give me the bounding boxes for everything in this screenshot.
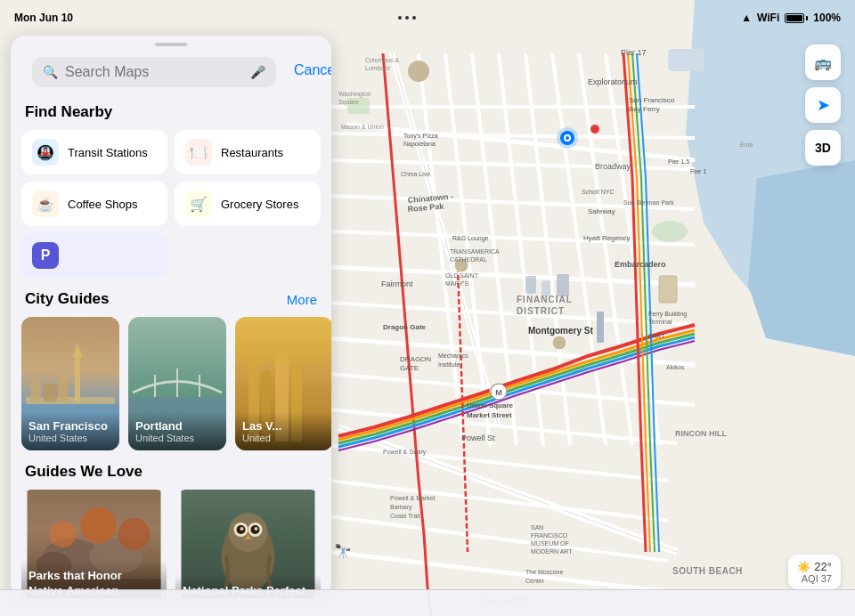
search-input[interactable] [65, 64, 243, 80]
svg-rect-111 [59, 375, 68, 401]
threed-label: 3D [815, 141, 831, 155]
svg-text:Sue Bierman Park: Sue Bierman Park [623, 199, 674, 206]
nearby-transit[interactable]: 🚇 Transit Stations [21, 130, 167, 174]
location-icon: ➤ [817, 95, 830, 115]
panel-handle [155, 43, 187, 46]
svg-text:FRANCISCO: FRANCISCO [531, 532, 568, 539]
city-card-portland[interactable]: Portland United States [128, 317, 226, 450]
city-guides-title: City Guides [25, 290, 109, 308]
nearby-grid: 🚇 Transit Stations 🍽️ Restaurants ☕ Coff… [11, 130, 331, 278]
battery-icon [785, 13, 808, 23]
svg-text:Safeway: Safeway [588, 207, 615, 215]
city-lv-overlay: Las V... United [235, 412, 331, 450]
city-portland-overlay: Portland United States [128, 412, 226, 450]
svg-text:Barbary: Barbary [390, 504, 412, 511]
search-panel: 🔍 🎤 Cancel Find Nearby 🚇 Transit Station… [11, 36, 331, 598]
map-controls: 🚌 ➤ 3D [805, 45, 841, 166]
city-portland-country: United States [135, 433, 219, 443]
svg-text:R&G Lounge: R&G Lounge [452, 235, 489, 242]
svg-text:Powell & Market: Powell & Market [390, 495, 436, 501]
grocery-nearby-icon: 🛒 [185, 190, 212, 217]
svg-text:Center: Center [525, 578, 545, 584]
svg-point-36 [590, 125, 599, 134]
svg-text:Powell & Geary: Powell & Geary [383, 449, 427, 456]
svg-text:Bay Ferry: Bay Ferry [629, 105, 660, 113]
nearby-restaurants[interactable]: 🍽️ Restaurants [175, 130, 321, 174]
svg-point-35 [566, 136, 569, 140]
svg-text:Emb: Emb [740, 142, 753, 148]
cancel-button[interactable]: Cancel [294, 62, 331, 78]
svg-text:Broadway: Broadway [595, 162, 631, 171]
svg-text:Hyatt Regency: Hyatt Regency [583, 234, 630, 242]
find-nearby-title: Find Nearby [11, 91, 331, 130]
svg-text:BART: BART [648, 333, 665, 339]
love-grid: Parks that Honor Native American History [21, 490, 321, 598]
svg-text:SOUTH BEACH: SOUTH BEACH [672, 566, 743, 576]
svg-text:Pier 17: Pier 17 [621, 48, 647, 57]
city-sf-overlay: San Francisco United States [21, 412, 119, 450]
svg-text:Napoletana: Napoletana [403, 141, 436, 148]
svg-text:Schott NYC: Schott NYC [582, 189, 615, 195]
nearby-grocery[interactable]: 🛒 Grocery Stores [175, 182, 321, 226]
svg-rect-110 [44, 384, 57, 401]
svg-text:OLD SAINT: OLD SAINT [445, 272, 479, 279]
city-guides-header: City Guides More [11, 278, 331, 317]
guides-we-love-header: Guides We Love [11, 450, 331, 490]
grocery-label: Grocery Stores [221, 198, 298, 211]
panel-content[interactable]: Find Nearby 🚇 Transit Stations 🍽️ Restau… [11, 91, 331, 598]
love-card-birds[interactable]: National Parks Perfect for Birdwatching [175, 490, 321, 598]
svg-text:Montgomery St: Montgomery St [528, 326, 593, 336]
svg-rect-109 [30, 379, 41, 401]
svg-text:CATHEDRAL: CATHEDRAL [450, 256, 487, 263]
nearby-parking[interactable]: P [21, 233, 167, 278]
svg-text:Akikos: Akikos [666, 364, 685, 370]
svg-text:Pier 1: Pier 1 [690, 168, 706, 174]
svg-text:Washington: Washington [338, 91, 371, 98]
city-portland-name: Portland [135, 419, 219, 433]
nearby-coffee[interactable]: ☕ Coffee Shops [21, 182, 167, 226]
transit-button[interactable]: 🚌 [805, 45, 841, 80]
svg-rect-40 [597, 312, 604, 343]
wifi-icon: WiFi [757, 12, 779, 24]
svg-point-142 [255, 527, 258, 531]
signal-icon: ▲ [741, 12, 752, 24]
svg-text:Tony's Pizza: Tony's Pizza [403, 133, 438, 140]
svg-text:GATE: GATE [400, 364, 419, 372]
city-lv-name: Las V... [242, 419, 326, 433]
svg-text:Institute: Institute [438, 361, 460, 368]
status-right: ▲ WiFi 100% [741, 12, 841, 24]
svg-text:Union Square: Union Square [467, 401, 514, 409]
transit-nearby-icon: 🚇 [32, 139, 59, 166]
svg-text:Fairmont: Fairmont [381, 280, 413, 288]
svg-rect-43 [557, 274, 569, 296]
city-card-lasvegas[interactable]: Las V... United [235, 317, 331, 450]
parking-nearby-icon: P [32, 242, 59, 269]
svg-text:TRANSAMERICA: TRANSAMERICA [450, 248, 500, 255]
svg-rect-125 [235, 317, 331, 361]
svg-rect-29 [668, 49, 704, 71]
search-row: 🔍 🎤 Cancel [11, 53, 331, 87]
search-bar[interactable]: 🔍 🎤 [32, 57, 276, 87]
svg-text:RINCON HILL: RINCON HILL [675, 429, 727, 438]
status-time: Mon Jun 10 [14, 12, 73, 24]
city-card-sf[interactable]: San Francisco United States [21, 317, 119, 450]
love-card-parks[interactable]: Parks that Honor Native American History [21, 490, 167, 598]
more-button[interactable]: More [287, 292, 317, 307]
svg-text:M: M [495, 388, 502, 397]
svg-rect-112 [75, 353, 80, 401]
status-bar: Mon Jun 10 ▲ WiFi 100% [0, 7, 855, 28]
sun-icon: ☀️ [797, 561, 810, 573]
svg-text:SAN: SAN [531, 524, 543, 531]
weather-badge: ☀️ 22° AQI 37 [788, 555, 841, 589]
location-button[interactable]: ➤ [805, 87, 841, 123]
svg-text:DISTRICT: DISTRICT [517, 306, 565, 316]
city-guides-scroll[interactable]: San Francisco United States [11, 317, 331, 450]
restaurants-label: Restaurants [221, 146, 283, 159]
mic-icon[interactable]: 🎤 [250, 65, 265, 79]
svg-text:Mason & Union: Mason & Union [341, 124, 384, 130]
svg-point-30 [408, 61, 429, 82]
aqi-label: AQI 37 [797, 573, 832, 584]
threed-button[interactable]: 3D [805, 130, 841, 166]
svg-text:DRAGON: DRAGON [400, 355, 431, 363]
search-icon: 🔍 [43, 65, 58, 79]
